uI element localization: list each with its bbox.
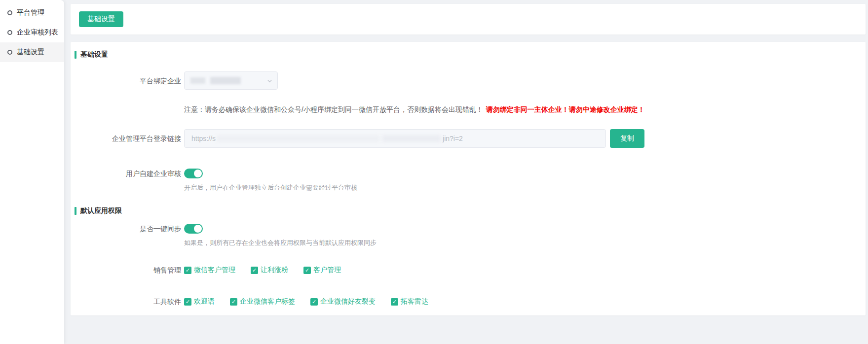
checkbox-customer-management[interactable]: ✓ 客户管理 <box>303 266 341 275</box>
self-build-audit-label: 用户自建企业审核 <box>75 169 184 178</box>
checkbox-label: 欢迎语 <box>194 297 215 306</box>
login-link-url-prefix: https://s <box>191 135 216 142</box>
app-root: 平台管理 企业审核列表 基础设置 基础设置 基础设置 平台绑定企业 <box>0 0 868 344</box>
one-key-sync-label: 是否一键同步 <box>75 224 184 234</box>
settings-card: 基础设置 平台绑定企业 注意：请务必确保该企业微信和公众号/小程序绑定到同一微信… <box>71 42 866 315</box>
checkbox-checked-icon: ✓ <box>303 267 311 274</box>
radio-circle-icon <box>7 50 12 55</box>
self-build-audit-toggle[interactable] <box>184 169 203 178</box>
sidebar-item-basic-settings[interactable]: 基础设置 <box>0 42 64 62</box>
checkbox-checked-icon: ✓ <box>230 298 237 306</box>
checkbox-checked-icon: ✓ <box>251 267 258 274</box>
checkbox-checked-icon: ✓ <box>184 267 191 274</box>
checkbox-label: 企业微信客户标签 <box>240 297 295 306</box>
radio-circle-icon <box>7 30 12 35</box>
bind-note: 注意：请务必确保该企业微信和公众号/小程序绑定到同一微信开放平台，否则数据将会出… <box>184 104 645 114</box>
sidebar-item-label: 基础设置 <box>17 48 44 57</box>
checkbox-profit-fans[interactable]: ✓ 让利涨粉 <box>251 266 288 275</box>
checkbox-label: 拓客雷达 <box>401 297 428 306</box>
login-link-row: 企业管理平台登录链接 https://s jin?i=2 复制 <box>75 129 856 148</box>
basic-settings-tab-button[interactable]: 基础设置 <box>79 11 123 27</box>
self-build-audit-row: 用户自建企业审核 <box>75 169 856 178</box>
platform-bind-label: 平台绑定企业 <box>75 76 184 86</box>
redacted-url-segment <box>382 135 441 142</box>
redacted-url-segment <box>217 135 379 142</box>
self-build-audit-helper: 开启后，用户在企业管理独立后台创建企业需要经过平台审核 <box>184 183 357 192</box>
bind-warning-text: 请勿绑定非同一主体企业！请勿中途修改企业绑定！ <box>486 105 645 113</box>
sidebar-item-enterprise-audit-list[interactable]: 企业审核列表 <box>0 23 64 42</box>
toggle-knob <box>194 170 202 177</box>
redacted-company-name-segment <box>210 77 241 84</box>
one-key-sync-row: 是否一键同步 <box>75 224 856 234</box>
login-link-url-suffix: jin?i=2 <box>443 135 463 142</box>
default-permission-section-header: 默认应用权限 <box>75 206 856 216</box>
login-link-input[interactable]: https://s jin?i=2 <box>184 129 606 148</box>
tool-software-label: 工具软件 <box>75 297 184 307</box>
section-accent-bar <box>75 207 76 215</box>
checkbox-label: 客户管理 <box>313 266 341 275</box>
one-key-sync-helper: 如果是，则所有已存在企业也会将应用权限与当前默认应用权限同步 <box>184 239 377 247</box>
self-build-audit-helper-row: 开启后，用户在企业管理独立后台创建企业需要经过平台审核 <box>75 183 856 192</box>
chevron-down-icon <box>266 78 273 86</box>
toggle-knob <box>194 225 202 233</box>
sidebar-item-platform-management[interactable]: 平台管理 <box>0 3 64 23</box>
basic-settings-section-header: 基础设置 <box>75 50 856 60</box>
bind-note-text: 注意：请务必确保该企业微信和公众号/小程序绑定到同一微信开放平台，否则数据将会出… <box>184 105 483 113</box>
one-key-sync-helper-row: 如果是，则所有已存在企业也会将应用权限与当前默认应用权限同步 <box>75 239 856 247</box>
sidebar-item-label: 企业审核列表 <box>17 28 58 37</box>
checkbox-checked-icon: ✓ <box>391 298 398 306</box>
redacted-company-name-segment <box>190 77 205 84</box>
sales-checkbox-group: ✓ 微信客户管理 ✓ 让利涨粉 ✓ 客户管理 <box>184 266 341 275</box>
checkbox-label: 让利涨粉 <box>261 266 288 275</box>
section-title: 基础设置 <box>80 50 108 59</box>
checkbox-wecom-customer-tag[interactable]: ✓ 企业微信客户标签 <box>230 297 295 306</box>
one-key-sync-toggle[interactable] <box>184 224 203 234</box>
checkbox-customer-radar[interactable]: ✓ 拓客雷达 <box>391 297 428 306</box>
sales-management-row: 销售管理 ✓ 微信客户管理 ✓ 让利涨粉 ✓ 客户管理 <box>75 265 856 275</box>
platform-bind-row: 平台绑定企业 <box>75 71 856 90</box>
sales-management-label: 销售管理 <box>75 265 184 275</box>
sidebar: 平台管理 企业审核列表 基础设置 <box>0 0 64 344</box>
checkbox-welcome-message[interactable]: ✓ 欢迎语 <box>184 297 215 306</box>
tab-bar-card: 基础设置 <box>71 4 866 34</box>
checkbox-checked-icon: ✓ <box>310 298 318 306</box>
checkbox-wecom-friend-fission[interactable]: ✓ 企业微信好友裂变 <box>310 297 376 306</box>
bind-note-row: 注意：请务必确保该企业微信和公众号/小程序绑定到同一微信开放平台，否则数据将会出… <box>75 104 856 114</box>
checkbox-wechat-customer-management[interactable]: ✓ 微信客户管理 <box>184 266 235 275</box>
section-accent-bar <box>75 51 76 59</box>
checkbox-label: 微信客户管理 <box>194 266 235 275</box>
copy-button[interactable]: 复制 <box>610 129 644 148</box>
platform-bind-select[interactable] <box>184 71 278 90</box>
checkbox-checked-icon: ✓ <box>184 298 191 306</box>
login-link-label: 企业管理平台登录链接 <box>75 134 184 143</box>
radio-circle-icon <box>7 10 12 15</box>
sidebar-item-label: 平台管理 <box>17 8 44 17</box>
section-title: 默认应用权限 <box>80 206 122 215</box>
tool-software-row: 工具软件 ✓ 欢迎语 ✓ 企业微信客户标签 ✓ 企业微信好友裂变 ✓ 拓客雷达 <box>75 297 856 307</box>
tools-checkbox-group: ✓ 欢迎语 ✓ 企业微信客户标签 ✓ 企业微信好友裂变 ✓ 拓客雷达 <box>184 297 428 306</box>
checkbox-label: 企业微信好友裂变 <box>320 297 376 306</box>
